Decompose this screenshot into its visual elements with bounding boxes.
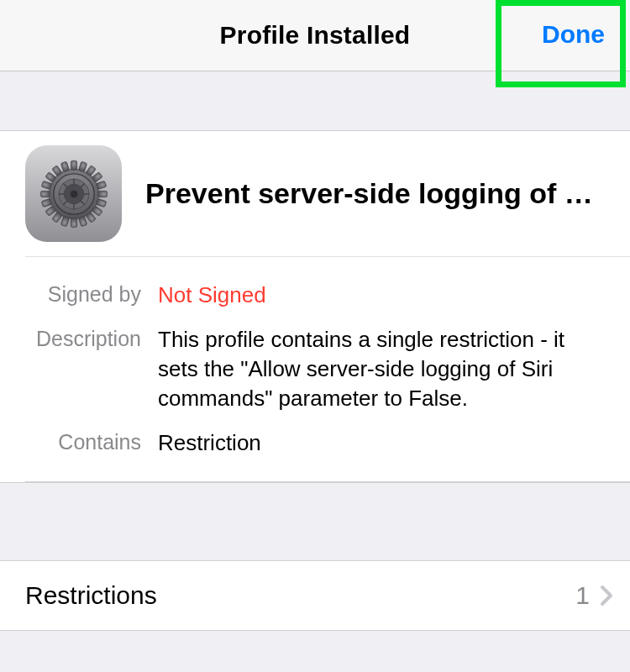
profile-title: Prevent server-side logging of Si... [145, 177, 605, 210]
navbar-title: Profile Installed [220, 21, 411, 50]
spacer [0, 483, 630, 560]
svg-rect-11 [71, 218, 76, 227]
svg-rect-1 [71, 160, 76, 170]
profile-header: Prevent server-side logging of Si... [0, 130, 630, 256]
svg-rect-7 [96, 198, 106, 207]
svg-rect-5 [96, 181, 106, 189]
navbar: Profile Installed Done [0, 0, 630, 71]
settings-gear-icon [25, 145, 122, 242]
signed-by-value: Not Signed [151, 281, 266, 310]
svg-rect-12 [60, 216, 69, 226]
description-value: This profile contains a single restricti… [151, 325, 605, 413]
signed-by-label: Signed by [25, 281, 151, 307]
svg-point-32 [70, 190, 77, 197]
description-label: Description [25, 325, 151, 351]
contains-row: Contains Restriction [25, 413, 605, 458]
svg-rect-16 [40, 191, 50, 197]
svg-rect-17 [41, 181, 51, 189]
svg-rect-15 [41, 198, 51, 207]
restrictions-row[interactable]: Restrictions 1 [0, 560, 630, 631]
restrictions-label: Restrictions [25, 581, 575, 610]
svg-rect-6 [97, 191, 107, 197]
svg-rect-2 [78, 161, 87, 171]
done-button[interactable]: Done [542, 20, 605, 49]
restrictions-count: 1 [575, 581, 590, 610]
signed-by-row: Signed by Not Signed [25, 265, 605, 310]
contains-label: Contains [25, 428, 151, 454]
description-row: Description This profile contains a sing… [25, 310, 605, 413]
contains-value: Restriction [151, 428, 261, 458]
profile-details: Signed by Not Signed Description This pr… [25, 256, 630, 482]
chevron-right-icon [600, 585, 613, 606]
svg-rect-10 [78, 216, 87, 226]
svg-rect-20 [60, 161, 69, 171]
spacer [0, 71, 630, 130]
